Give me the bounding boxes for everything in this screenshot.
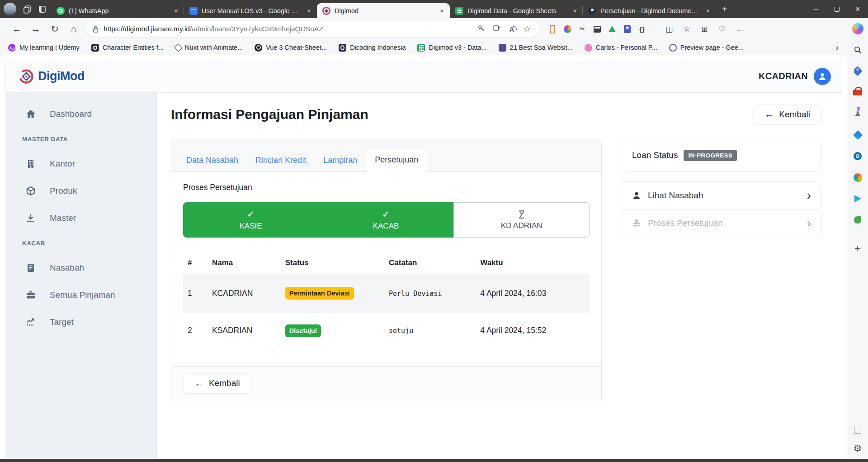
address-bar[interactable]: https://digimod.jiarsee.my.id/admin/loan…: [86, 21, 540, 37]
col-header-nama: Nama: [208, 252, 281, 274]
bookmark-carlos-portfolio[interactable]: Carlos - Personal P...: [585, 44, 657, 52]
close-icon[interactable]: ×: [306, 7, 312, 14]
minimize-button[interactable]: ─: [806, 0, 826, 18]
brand-logo[interactable]: DigiMod: [18, 68, 85, 85]
step-label: KASIE: [239, 222, 262, 231]
user-avatar[interactable]: [814, 68, 831, 85]
toolbox-icon[interactable]: [852, 86, 863, 98]
sidebar-item-dashboard[interactable]: Dashboard: [6, 100, 156, 128]
search-icon[interactable]: [852, 44, 863, 56]
bookmarks-overflow-chevron-icon[interactable]: ›: [836, 43, 839, 52]
bookmark-nuxt[interactable]: Nuxt with Animate...: [175, 44, 243, 51]
close-icon[interactable]: ×: [704, 7, 711, 14]
send-plane-icon[interactable]: [852, 193, 863, 205]
bookmark-dicoding[interactable]: Dicoding Indonesia: [339, 44, 406, 52]
sidebar-section-kacab: KACAB: [6, 232, 156, 254]
copilot-icon[interactable]: [852, 23, 863, 34]
digimod-docs-icon: [588, 7, 596, 15]
leaf-app-icon[interactable]: [852, 214, 863, 226]
browser-tab-google-sheets[interactable]: Digimod Data - Google Sheets ×: [450, 3, 583, 18]
vertical-tabs-icon[interactable]: [38, 5, 47, 14]
settings-gear-icon[interactable]: ⚙: [852, 443, 863, 454]
tab-rincian-kredit[interactable]: Rincian Kredit: [247, 149, 315, 172]
tab-lampiran[interactable]: Lampiran: [315, 149, 366, 172]
favorites-icon[interactable]: ☆: [679, 24, 694, 34]
browser-essentials-icon[interactable]: ♡: [715, 24, 729, 34]
close-button[interactable]: ×: [847, 0, 868, 18]
col-header-no: #: [183, 252, 208, 274]
action-label: Proses Persetujuan: [648, 218, 723, 228]
arrow-left-icon: ←: [194, 378, 203, 389]
colorlib-icon: [499, 44, 506, 52]
browser-tab-persetujuan-docs[interactable]: Persetujuan - Digimod Documen... ×: [583, 3, 716, 18]
loan-detail-card: Data Nasabah Rincian Kredit Lampiran Per…: [171, 139, 602, 402]
browser-tab-whatsapp[interactable]: (1) WhatsApp ×: [51, 3, 184, 18]
url-host: https://digimod.jiarsee.my.id: [104, 25, 190, 33]
url-text[interactable]: https://digimod.jiarsee.my.id/admin/loan…: [104, 25, 473, 33]
close-icon[interactable]: ×: [439, 7, 445, 14]
action-proses-persetujuan[interactable]: Proses Persetujuan ›: [622, 209, 821, 237]
add-sidebar-app-icon[interactable]: +: [852, 243, 863, 254]
close-icon[interactable]: ×: [571, 7, 578, 14]
close-icon[interactable]: ×: [173, 7, 179, 14]
password-key-icon[interactable]: [473, 24, 489, 34]
browser-tab-digimod-active[interactable]: Digimod ×: [317, 3, 450, 18]
back-button[interactable]: ←: [7, 24, 26, 34]
tab-data-nasabah[interactable]: Data Nasabah: [178, 149, 247, 172]
site-info-lock-icon[interactable]: [92, 25, 99, 33]
browser-profile-avatar[interactable]: [4, 3, 16, 15]
settings-more-icon[interactable]: …: [732, 24, 747, 33]
maximize-button[interactable]: [826, 0, 847, 18]
col-header-waktu: Waktu: [476, 252, 590, 274]
sidebar-item-nasabah[interactable]: Nasabah: [6, 254, 156, 281]
split-window-icon[interactable]: ◫: [662, 24, 676, 34]
triangle-extension-icon[interactable]: [606, 23, 618, 35]
extensions-row: ✂ {} ◫ ☆ ⊞ ♡ …: [547, 23, 747, 35]
bookmark-label: 21 Best Spa Websit...: [510, 44, 573, 51]
sidebar-item-semua-pinjaman[interactable]: Semua Pinjaman: [6, 281, 156, 309]
refresh-button[interactable]: ↻: [45, 24, 64, 34]
action-lihat-nasabah[interactable]: Lihat Nasabah ›: [622, 181, 821, 209]
color-wheel-extension-icon[interactable]: [561, 23, 573, 35]
read-aloud-icon[interactable]: A: [504, 25, 519, 33]
bookmark-vue-cheatsheet[interactable]: Vue 3 Cheat-Sheet...: [255, 44, 327, 52]
cell-status: Permintaan Deviasi: [281, 274, 384, 313]
action-label: Lihat Nasabah: [648, 191, 703, 200]
bookmark-udemy[interactable]: My learning | Udemy: [8, 44, 80, 52]
games-icon[interactable]: ♟♜: [852, 108, 863, 119]
footer-back-button[interactable]: ← Kembali: [183, 373, 251, 394]
browser-tab-google-docs[interactable]: User Manual LOS v3 - Google Do... ×: [184, 3, 317, 18]
home-button[interactable]: ⌂: [64, 24, 83, 34]
tab-persetujuan[interactable]: Persetujuan: [366, 148, 427, 172]
journal-icon: [25, 262, 36, 273]
sidebar-item-master[interactable]: Master: [6, 205, 156, 232]
shopping-tag-icon[interactable]: [852, 65, 863, 77]
bookmark-preview-page[interactable]: Preview page - Gee...: [669, 44, 744, 52]
favorite-star-icon[interactable]: ☆: [519, 24, 535, 34]
braces-extension-icon[interactable]: {}: [636, 23, 648, 35]
sidebar-item-produk[interactable]: Produk: [6, 177, 156, 205]
sidebar-item-label: Target: [50, 317, 74, 327]
microsoft-365-icon[interactable]: [852, 129, 863, 141]
bookmark-character-entities[interactable]: Character Entities f...: [91, 44, 164, 52]
bookmark-digimod-data[interactable]: Digimod v3 - Data...: [417, 44, 486, 52]
back-to-list-button[interactable]: ← Kembali: [753, 104, 821, 124]
designer-pinwheel-icon[interactable]: [852, 171, 863, 183]
clipper-extension-icon[interactable]: [591, 23, 603, 35]
sidebar-item-target[interactable]: Target: [6, 309, 156, 336]
bookmark-spa-websites[interactable]: 21 Best Spa Websit...: [499, 44, 573, 52]
outlook-icon[interactable]: [852, 150, 863, 162]
phone-extension-icon[interactable]: [547, 23, 558, 35]
scissors-extension-icon[interactable]: ✂: [576, 23, 588, 35]
forward-button[interactable]: →: [26, 24, 45, 34]
split-screen-add-icon[interactable]: [489, 24, 504, 34]
profile-pin-extension-icon[interactable]: [621, 23, 633, 35]
cell-nama: KSADRIAN: [208, 313, 281, 349]
new-tab-button[interactable]: +: [722, 4, 727, 14]
tab-actions-icon[interactable]: [23, 5, 32, 14]
sidebar-item-label: Master: [50, 213, 76, 223]
tab-title: (1) WhatsApp: [69, 7, 169, 14]
sidebar-item-kantor[interactable]: Kantor: [6, 150, 156, 177]
collections-icon[interactable]: ⊞: [697, 24, 712, 34]
screenshot-icon[interactable]: [852, 424, 863, 436]
